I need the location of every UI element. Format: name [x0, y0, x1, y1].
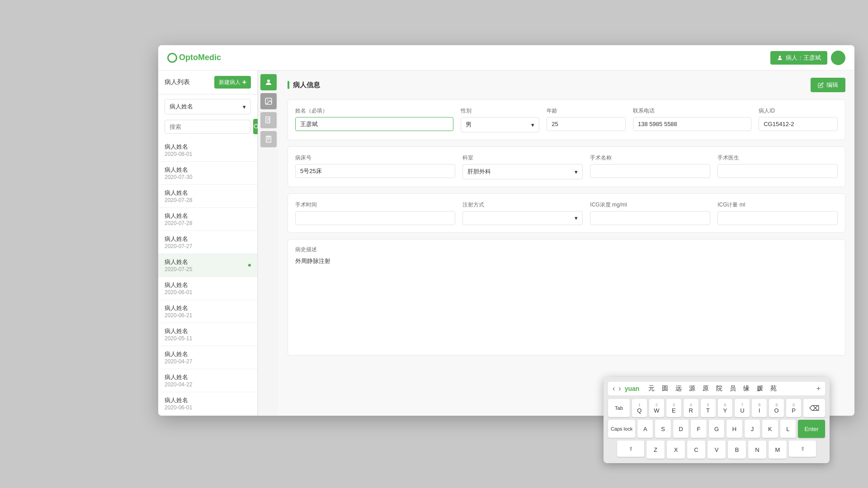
app-logo: OptoMedic	[167, 53, 221, 63]
bed-input[interactable]	[295, 164, 455, 178]
patient-date: 2020-04-27	[165, 358, 192, 365]
edit-button[interactable]: 编辑	[811, 78, 845, 92]
patient-list-item[interactable]: 病人姓名 2020-07-27	[158, 231, 257, 254]
patient-list-item[interactable]: 病人姓名 2020-07-30	[158, 162, 257, 185]
ime-next[interactable]: ›	[618, 385, 621, 393]
key-p[interactable]: 0P	[786, 399, 801, 417]
surgeon-input[interactable]	[717, 164, 838, 178]
patient-name: 病人姓名	[165, 281, 192, 289]
injection-select[interactable]: ▾	[462, 211, 583, 225]
key-e[interactable]: 3E	[666, 399, 681, 417]
key-j[interactable]: J	[745, 420, 760, 438]
age-input[interactable]	[547, 117, 626, 131]
patient-date: 2020-06-01	[165, 289, 192, 296]
patient-list-item[interactable]: 病人姓名 2020-06-01	[158, 392, 257, 415]
key-m[interactable]: M	[769, 441, 787, 459]
ime-candidate-2[interactable]: 圆	[660, 385, 670, 393]
ime-candidate-4[interactable]: 源	[687, 385, 697, 393]
key-capslock[interactable]: Caps lock	[608, 420, 635, 438]
history-section: 病史描述 外周静脉注射	[288, 239, 845, 356]
key-f[interactable]: F	[691, 420, 706, 438]
ime-candidate-10[interactable]: 苑	[769, 385, 778, 393]
new-patient-button[interactable]: 新建病人 +	[214, 76, 251, 89]
key-d[interactable]: D	[673, 420, 689, 438]
panel-btn-clipboard[interactable]	[260, 131, 277, 147]
icg-dose-input[interactable]	[717, 211, 838, 225]
patient-name: 病人姓名	[165, 304, 192, 312]
key-n[interactable]: N	[748, 441, 766, 459]
icg-conc-input[interactable]	[590, 211, 710, 225]
field-icg-concentration: ICG浓度 mg/ml	[590, 201, 710, 225]
chevron-down-icon: ▾	[575, 215, 578, 221]
department-select[interactable]: 肝胆外科 ▾	[462, 164, 583, 179]
key-w[interactable]: 2W	[649, 399, 664, 417]
key-o[interactable]: 9O	[769, 399, 784, 417]
patient-list-item[interactable]: 病人姓名 2020-08-01	[158, 139, 257, 162]
patient-list-item[interactable]: 病人姓名 2020-07-28	[158, 185, 257, 208]
key-r[interactable]: 4R	[684, 399, 698, 417]
patient-id-input[interactable]	[759, 117, 838, 131]
phone-input[interactable]	[633, 117, 751, 131]
ime-expand[interactable]: +	[816, 385, 821, 393]
key-g[interactable]: G	[709, 420, 724, 438]
patient-list-item[interactable]: 病人姓名 2020-07-28	[158, 208, 257, 231]
panel-btn-person[interactable]	[260, 74, 277, 90]
ime-candidate-5[interactable]: 原	[701, 385, 711, 393]
user-button[interactable]: 病人：王彦斌	[770, 51, 827, 65]
ime-candidate-8[interactable]: 缘	[741, 385, 751, 393]
history-textarea[interactable]: 外周静脉注射	[295, 257, 838, 347]
key-k[interactable]: K	[762, 420, 778, 438]
ime-candidate-3[interactable]: 远	[674, 385, 684, 393]
key-c[interactable]: C	[687, 441, 705, 459]
patient-list-item[interactable]: 病人姓名 2020-05-21	[158, 415, 257, 416]
key-shift[interactable]: ⇧	[617, 441, 644, 457]
patient-list-item[interactable]: 病人姓名 2020-04-22	[158, 369, 257, 392]
name-input[interactable]	[295, 117, 453, 131]
key-z[interactable]: Z	[646, 441, 665, 459]
key-u[interactable]: 7U	[735, 399, 750, 417]
key-h[interactable]: H	[726, 420, 742, 438]
patient-name: 病人姓名	[165, 143, 192, 151]
sort-select[interactable]: 病人姓名 ▾	[165, 99, 251, 114]
form-grid-row1: 姓名（必填） 性别 男 ▾ 年龄 联	[288, 99, 845, 140]
key-backspace[interactable]: ⌫	[803, 399, 825, 417]
patient-list-item[interactable]: 病人姓名 2020-05-11	[158, 323, 257, 346]
key-shift-r[interactable]: ⇧	[789, 441, 816, 457]
panel-btn-image[interactable]	[260, 93, 277, 109]
key-tab[interactable]: Tab	[608, 399, 630, 417]
name-label: 姓名（必填）	[295, 107, 453, 115]
key-s[interactable]: S	[655, 420, 670, 438]
field-patient-id: 病人ID	[759, 107, 838, 132]
search-input[interactable]	[165, 120, 250, 134]
key-enter[interactable]: Enter	[798, 420, 825, 438]
surgery-time-input[interactable]	[295, 211, 455, 225]
patient-list: 病人姓名 2020-08-01 病人姓名 2020-07-30 病人姓名 202…	[158, 139, 257, 416]
patient-list-item[interactable]: 病人姓名 2020-06-21	[158, 300, 257, 323]
patient-name: 病人姓名	[165, 373, 192, 381]
key-b[interactable]: B	[728, 441, 746, 459]
ime-candidate-6[interactable]: 院	[714, 385, 724, 393]
ime-candidate-1[interactable]: 元	[646, 385, 656, 393]
surgery-name-input[interactable]	[590, 164, 710, 178]
key-q[interactable]: 1Q	[632, 399, 647, 417]
key-x[interactable]: X	[667, 441, 685, 459]
gender-value: 男	[466, 121, 472, 129]
key-l[interactable]: L	[780, 420, 796, 438]
patient-name: 病人姓名	[165, 396, 192, 404]
key-t[interactable]: 5T	[701, 399, 716, 417]
patient-list-item[interactable]: 病人姓名 2020-07-25	[158, 254, 257, 277]
ime-candidate-9[interactable]: 媛	[755, 385, 765, 393]
gender-select[interactable]: 男 ▾	[461, 117, 540, 132]
field-department: 科室 肝胆外科 ▾	[462, 154, 583, 179]
patient-list-item[interactable]: 病人姓名 2020-04-27	[158, 346, 257, 369]
patient-list-item[interactable]: 病人姓名 2020-06-01	[158, 277, 257, 300]
department-label: 科室	[462, 154, 583, 162]
key-a[interactable]: A	[637, 420, 653, 438]
ime-prev[interactable]: ‹	[613, 385, 615, 393]
ime-candidate-7[interactable]: 员	[728, 385, 738, 393]
patient-date: 2020-07-25	[165, 266, 192, 272]
key-v[interactable]: V	[708, 441, 726, 459]
key-y[interactable]: 6Y	[718, 399, 733, 417]
key-i[interactable]: 8I	[752, 399, 767, 417]
panel-btn-doc[interactable]	[260, 112, 277, 128]
